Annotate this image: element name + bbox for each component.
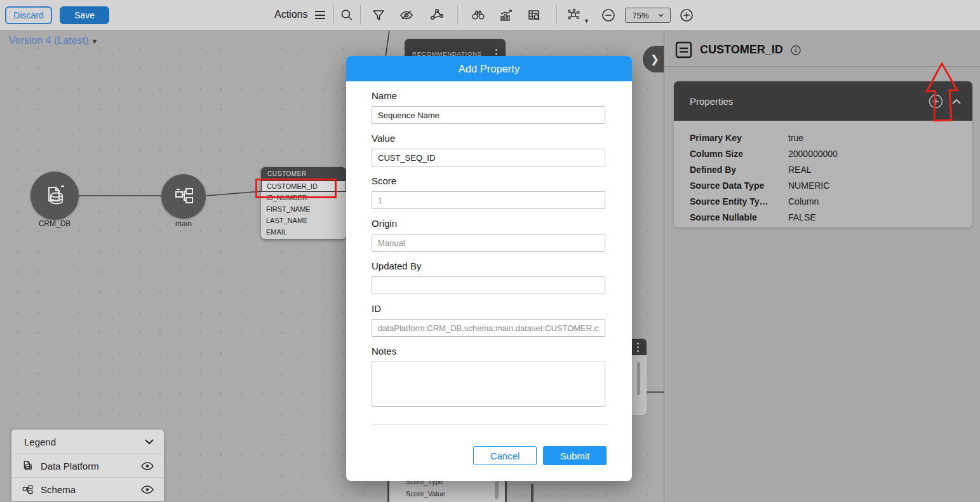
actions-menu-label[interactable]: Actions: [274, 9, 307, 20]
filter-icon[interactable]: [372, 8, 386, 22]
data-platform-icon: [20, 459, 34, 473]
zoom-level-value: 75%: [632, 11, 648, 20]
customer-column-last-name[interactable]: LAST_NAME: [261, 215, 346, 226]
customer-column-id-number[interactable]: ID_NUMBER: [261, 192, 346, 203]
legend-header[interactable]: Legend: [11, 430, 164, 454]
top-toolbar: Discard Save Actions ▼ 75%: [0, 0, 980, 31]
modal-divider: [372, 424, 607, 425]
customer-column-first-name[interactable]: FIRST_NAME: [261, 203, 346, 215]
modal-title: Add Property: [346, 56, 632, 81]
submit-button[interactable]: Submit: [543, 446, 607, 465]
hide-eye-off-icon[interactable]: [399, 8, 413, 22]
legend-item-label: Data Platform: [41, 461, 141, 471]
add-property-icon[interactable]: [929, 94, 943, 109]
scrollbar[interactable]: [495, 478, 499, 499]
legend-panel: Legend Data Platform Schema: [11, 430, 164, 501]
graph-network-icon[interactable]: [430, 8, 444, 22]
node-crm-db[interactable]: [30, 172, 79, 220]
id-input[interactable]: [372, 319, 605, 337]
node-fragment[interactable]: [630, 339, 647, 415]
data-platform-icon: [41, 182, 68, 209]
customer-column-email[interactable]: EMAIL: [261, 226, 346, 238]
save-button[interactable]: Save: [60, 6, 109, 24]
property-row: Column Size2000000000: [690, 146, 972, 161]
cancel-button[interactable]: Cancel: [473, 446, 537, 465]
zoom-in-icon[interactable]: [680, 8, 694, 22]
chevron-up-icon[interactable]: [952, 98, 961, 104]
property-value: 2000000000: [788, 149, 838, 159]
node-crm-db-label: CRM_DB: [39, 219, 71, 228]
node-customer-table[interactable]: CUSTOMER CUSTOMER_ID ID_NUMBER FIRST_NAM…: [261, 167, 346, 239]
value-label: Value: [372, 133, 395, 144]
add-property-modal: Add Property Name Value Score Origin Upd…: [346, 56, 632, 481]
zoom-out-icon[interactable]: [601, 8, 615, 22]
id-label: ID: [372, 303, 381, 314]
origin-label: Origin: [372, 218, 397, 229]
scrollbar[interactable]: [637, 362, 640, 395]
property-row: Source Entity Ty…Column: [690, 193, 972, 209]
table-search-icon[interactable]: [527, 8, 541, 22]
legend-item-schema: Schema: [11, 478, 164, 501]
property-value: NUMERIC: [788, 180, 829, 191]
updated-by-input[interactable]: [372, 276, 605, 294]
version-selector[interactable]: Version 4 (Latest)▼: [9, 35, 98, 46]
score-input[interactable]: [372, 191, 605, 209]
node-main-label: main: [175, 219, 192, 228]
legend-title: Legend: [24, 437, 145, 447]
chevron-right-icon: ❯: [650, 53, 659, 66]
notes-textarea[interactable]: [372, 362, 605, 407]
chevron-down-icon: [658, 13, 664, 17]
score-label: Score: [372, 175, 396, 186]
customer-table-header: CUSTOMER: [261, 167, 346, 180]
property-row: Source NullableFALSE: [690, 209, 972, 225]
kebab-menu-icon[interactable]: [637, 343, 640, 352]
customer-column-customer-id[interactable]: CUSTOMER_ID: [261, 180, 346, 192]
eye-icon[interactable]: [141, 485, 154, 494]
properties-title: Properties: [690, 96, 929, 107]
notes-label: Notes: [372, 346, 396, 356]
analytics-chart-icon[interactable]: [499, 8, 513, 22]
panel-title: CUSTOMER_ID: [700, 43, 783, 57]
actions-menu-icon[interactable]: [315, 11, 325, 22]
zoom-level-select[interactable]: 75%: [625, 8, 671, 23]
updated-by-label: Updated By: [372, 261, 421, 271]
origin-input[interactable]: [372, 234, 605, 252]
properties-section: Properties Primary Keytrue Column Size20…: [674, 81, 972, 227]
hub-layout-icon[interactable]: [567, 8, 581, 22]
property-value: FALSE: [788, 212, 816, 222]
eye-icon[interactable]: [141, 462, 154, 470]
property-value: REAL: [788, 165, 812, 175]
name-input[interactable]: [372, 106, 605, 124]
chevron-down-icon: [145, 439, 154, 445]
property-row: Defined ByREAL: [690, 161, 972, 177]
property-row: Source Data TypeNUMERIC: [690, 177, 972, 193]
node-main[interactable]: [161, 174, 206, 219]
legend-item-data-platform: Data Platform: [11, 454, 164, 478]
node-edge-fragment: [531, 484, 534, 502]
info-icon[interactable]: [791, 45, 801, 55]
legend-item-label: Schema: [41, 484, 141, 495]
schema-icon: [171, 184, 196, 209]
score-row-value[interactable]: Score_Value: [389, 487, 505, 499]
detail-panel: CUSTOMER_ID Properties Primary Keytrue C…: [664, 31, 980, 502]
name-label: Name: [372, 90, 397, 101]
property-row: Primary Keytrue: [690, 130, 972, 146]
schema-icon: [20, 483, 34, 497]
chevron-down-icon[interactable]: ▼: [584, 18, 589, 24]
discard-button[interactable]: Discard: [5, 6, 52, 24]
properties-header[interactable]: Properties: [674, 81, 972, 121]
property-value: true: [788, 133, 803, 143]
chevron-down-icon: ▼: [91, 37, 98, 45]
binoculars-icon[interactable]: [471, 8, 485, 22]
property-value: Column: [788, 196, 819, 207]
column-entity-icon: [675, 41, 692, 58]
search-icon[interactable]: [340, 8, 354, 22]
value-input[interactable]: [372, 149, 605, 166]
version-label: Version 4 (Latest): [9, 35, 88, 46]
